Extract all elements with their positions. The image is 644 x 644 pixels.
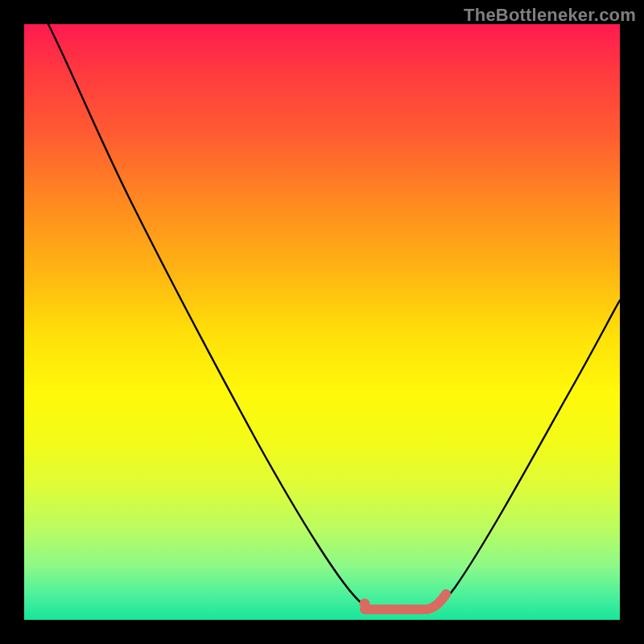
curve-layer (24, 24, 620, 620)
highlight-segment (365, 594, 446, 609)
bottleneck-curve (48, 24, 620, 612)
chart-root: { "watermark": "TheBottleneker.com", "ch… (0, 0, 644, 644)
watermark-text: TheBottleneker.com (464, 5, 636, 26)
plot-area (24, 24, 620, 620)
